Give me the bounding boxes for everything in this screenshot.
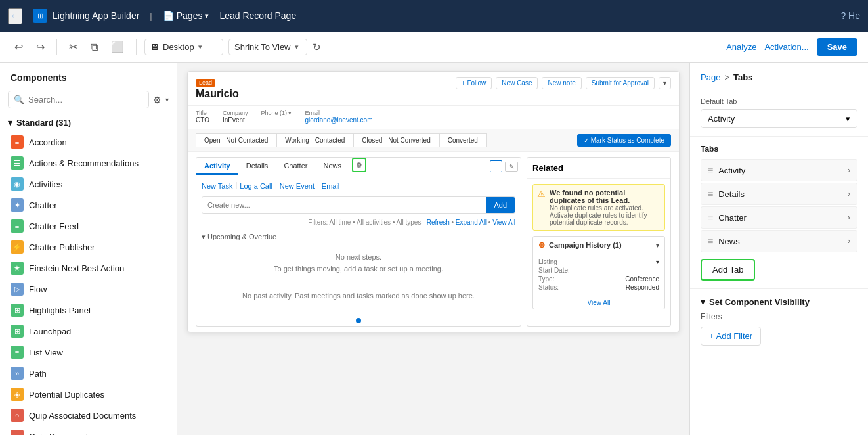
pages-button[interactable]: 📄 Pages ▾ (163, 11, 209, 21)
component-item-chatter[interactable]: ✦ Chatter (0, 195, 177, 216)
pages-chevron: ▾ (205, 12, 209, 20)
gear-button[interactable]: ⚙ (153, 95, 162, 105)
standard-section-header[interactable]: ▾ Standard (31) (0, 114, 177, 131)
tab-activity[interactable]: Activity (196, 158, 238, 175)
comp-label: Chatter Publisher (29, 242, 95, 252)
paste-button[interactable]: ⬜ (107, 38, 128, 56)
refresh-link[interactable]: Refresh (427, 219, 450, 226)
component-item-launchpad[interactable]: ⊞ Launchpad (0, 321, 177, 342)
rp-tab-item-details[interactable]: ≡ Details › (701, 183, 857, 205)
component-item-chatter-publisher[interactable]: ⚡ Chatter Publisher (0, 237, 177, 258)
comp-label: List View (29, 348, 63, 357)
tab-edit-button[interactable]: ✎ (505, 162, 518, 172)
rp-tab-name: Chatter (718, 213, 747, 223)
refresh-button[interactable]: ↻ (313, 41, 321, 53)
undo-button[interactable]: ↩ (11, 38, 27, 56)
component-item-activities[interactable]: ◉ Activities (0, 173, 177, 195)
expand-link[interactable]: Expand All (456, 219, 487, 226)
activation-button[interactable]: Activation... (764, 42, 808, 52)
dup-title: We found no potential duplicates of this… (550, 189, 661, 204)
status-step-3[interactable]: Closed - Not Converted (353, 133, 439, 147)
add-filter-button[interactable]: + Add Filter (701, 327, 761, 346)
rp-default-tab-selector[interactable]: Activity ▾ (701, 109, 857, 128)
rp-visibility-header[interactable]: ▾ Set Component Visibility (701, 297, 857, 307)
cut-button[interactable]: ✂ (65, 38, 81, 56)
rp-tab-name: News (718, 237, 740, 246)
rp-tab-item-left: ≡ Activity (708, 165, 745, 175)
new-note-button[interactable]: New note (542, 77, 581, 89)
campaign-chevron[interactable]: ▾ (656, 242, 659, 249)
top-nav: ← ⊞ Lightning App Builder | 📄 Pages ▾ Le… (0, 0, 868, 32)
upcoming-header[interactable]: ▾ Upcoming & Overdue (202, 230, 515, 244)
redo-button[interactable]: ↪ (32, 38, 49, 56)
tab-add-button[interactable]: + (490, 160, 502, 172)
comp-label: Path (29, 369, 47, 378)
rp-tab-item-activity[interactable]: ≡ Activity › (701, 159, 857, 181)
save-button[interactable]: Save (817, 38, 857, 56)
rp-default-tab-label: Default Tab (701, 97, 857, 105)
comp-label: Flow (29, 285, 47, 294)
comp-icon: ★ (11, 262, 24, 275)
view-all-link[interactable]: View All (492, 219, 515, 226)
view-selector[interactable]: Shrink To View ▾ (228, 39, 307, 55)
status-step-4[interactable]: Converted (439, 133, 487, 147)
new-case-button[interactable]: New Case (496, 77, 538, 89)
mark-complete-button[interactable]: ✓ Mark Status as Complete (577, 134, 671, 147)
help-button[interactable]: ? He (840, 11, 860, 21)
view-all-link[interactable]: View All (533, 296, 664, 309)
record-body: Activity Details Chatter News ⚙ + ✎ New … (188, 152, 679, 332)
record-actions: + Follow New Case New note Submit for Ap… (456, 77, 671, 89)
create-new-input[interactable] (202, 197, 486, 213)
device-selector[interactable]: 🖥 Desktop ▾ (144, 39, 223, 55)
copy-button[interactable]: ⧉ (87, 39, 102, 56)
status-step-1[interactable]: Open - Not Contacted (196, 133, 276, 147)
tab-chatter[interactable]: Chatter (276, 158, 315, 175)
component-item-highlights-panel[interactable]: ⊞ Highlights Panel (0, 300, 177, 321)
campaign-box: ⊕ Campaign History (1) ▾ Listing ▾ (532, 236, 665, 309)
component-item-actions-&-recommendations[interactable]: ☰ Actions & Recommendations (0, 152, 177, 173)
component-item-quip-associated-documents[interactable]: ○ Quip Associated Documents (0, 405, 177, 426)
quick-actions: New Task | Log a Call | New Event | Emai… (202, 181, 515, 191)
follow-button[interactable]: + Follow (456, 77, 492, 89)
add-button[interactable]: Add (486, 197, 515, 213)
analyze-button[interactable]: Analyze (726, 42, 756, 52)
tab-actions-right: + ✎ (490, 158, 521, 175)
comp-icon: ⊞ (11, 304, 24, 317)
rp-tab-item-news[interactable]: ≡ News › (701, 230, 857, 252)
comp-label: Chatter Feed (29, 221, 79, 231)
component-item-flow[interactable]: ▷ Flow (0, 279, 177, 300)
filters-row: Filters: All time • All activities • All… (202, 219, 515, 226)
campaign-row-startdate: Start Date: (538, 267, 659, 274)
comp-label: Chatter (29, 200, 57, 210)
add-tab-button[interactable]: Add Tab (701, 259, 755, 281)
component-item-list-view[interactable]: ≡ List View (0, 342, 177, 363)
submit-button[interactable]: Submit for Approval (586, 77, 655, 89)
component-item-quip-document[interactable]: ○ Quip Document (0, 426, 177, 435)
new-task-button[interactable]: New Task (202, 181, 232, 191)
component-item-path[interactable]: » Path (0, 363, 177, 384)
tab-gear-icon[interactable]: ⚙ (352, 158, 366, 172)
create-new-row: Add (202, 196, 515, 214)
search-input[interactable] (28, 95, 143, 104)
tab-details[interactable]: Details (238, 158, 276, 175)
campaign-icon: ⊕ (538, 240, 545, 250)
new-event-button[interactable]: New Event (280, 181, 315, 191)
comp-icon: ≡ (11, 219, 24, 233)
comp-icon: ◉ (11, 177, 24, 191)
email-button[interactable]: Email (322, 181, 340, 191)
record-main-panel: Activity Details Chatter News ⚙ + ✎ New … (196, 157, 521, 327)
back-button[interactable]: ← (8, 8, 22, 24)
tab-news[interactable]: News (315, 158, 349, 175)
component-item-chatter-feed[interactable]: ≡ Chatter Feed (0, 216, 177, 237)
rp-page-link[interactable]: Page (701, 72, 720, 82)
more-button[interactable]: ▾ (659, 77, 671, 89)
component-item-einstein-next-best-action[interactable]: ★ Einstein Next Best Action (0, 258, 177, 279)
comp-icon: ○ (11, 409, 24, 422)
log-call-button[interactable]: Log a Call (240, 181, 272, 191)
component-item-potential-duplicates[interactable]: ◈ Potential Duplicates (0, 384, 177, 405)
search-wrapper[interactable]: 🔍 (8, 91, 149, 108)
comp-label: Quip Document (29, 432, 88, 436)
component-item-accordion[interactable]: ≡ Accordion (0, 131, 177, 152)
status-step-2[interactable]: Working - Contacted (276, 133, 353, 147)
rp-tab-item-chatter[interactable]: ≡ Chatter › (701, 206, 857, 229)
